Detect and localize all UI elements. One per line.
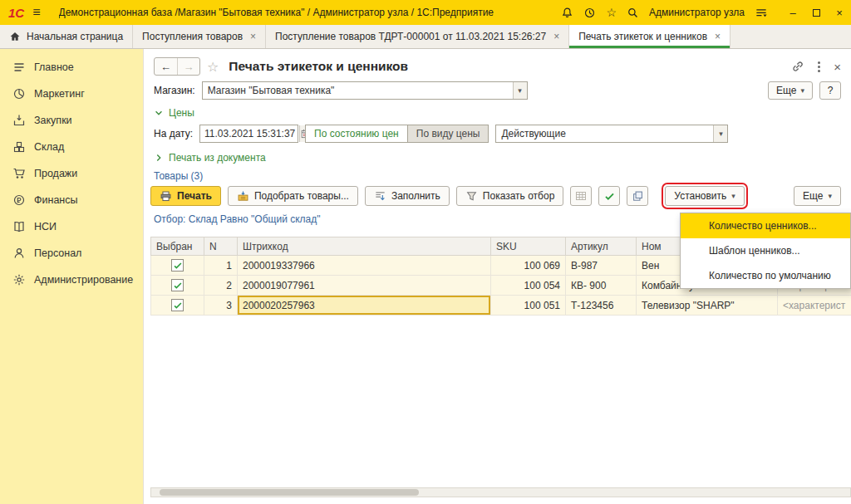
row-checkbox-cell[interactable] [151, 276, 204, 296]
sidebar-item-label: Маркетинг [34, 88, 85, 100]
sidebar-item-finansy[interactable]: Финансы [0, 187, 143, 213]
date-input[interactable]: 11.03.2021 15:31:37 [199, 125, 298, 143]
print-from-document-section-toggle[interactable]: Печать из документа [154, 152, 841, 164]
nomenclature-cell[interactable]: Телевизор "SHARP" [637, 296, 778, 316]
sidebar-item-zakupki[interactable]: Закупки [0, 107, 143, 134]
col-header-sku[interactable]: SKU [491, 237, 566, 256]
price-type-select[interactable]: Действующие ▾ [495, 125, 728, 143]
menu-item-default-quantity[interactable]: Количество по умолчанию [681, 263, 850, 288]
col-header-n[interactable]: N [204, 237, 238, 256]
sections-panel: Главное Маркетинг Закупки Склад Продажи … [0, 49, 143, 504]
checkbox-checked-icon[interactable] [171, 279, 184, 291]
chevron-down-icon[interactable]: ▾ [513, 82, 527, 99]
characteristic-cell[interactable]: <характерист [778, 296, 851, 316]
chevron-down-icon: ▾ [731, 192, 735, 200]
book-icon [12, 220, 26, 233]
filter-value[interactable]: Склад Равно "Общий склад" [189, 213, 321, 225]
kebab-menu-icon[interactable] [816, 60, 822, 74]
toggle-by-price-state[interactable]: По состоянию цен [305, 125, 408, 143]
minimize-button[interactable]: – [781, 0, 804, 25]
row-number-cell[interactable]: 2 [204, 276, 238, 296]
checkbox-checked-icon[interactable] [171, 259, 184, 272]
check-all-icon-button[interactable] [598, 186, 620, 206]
article-cell[interactable]: КВ- 900 [566, 276, 637, 296]
forward-button[interactable]: → [177, 58, 199, 75]
row-checkbox-cell[interactable] [151, 256, 204, 276]
close-window-button[interactable]: × [828, 0, 851, 25]
tab-close-icon[interactable]: × [250, 31, 256, 42]
sku-cell[interactable]: 100 069 [491, 256, 566, 276]
horizontal-scrollbar[interactable] [150, 487, 851, 497]
store-label: Магазин: [154, 85, 195, 96]
store-select[interactable]: Магазин "Бытовая техника" ▾ [202, 81, 528, 100]
sidebar-item-label: Продажи [34, 168, 77, 179]
set-button[interactable]: Установить ▾ [665, 186, 745, 206]
prices-section-toggle[interactable]: Цены [154, 107, 841, 119]
copy-icon-button[interactable] [627, 186, 648, 206]
show-filter-button[interactable]: Показать отбор [456, 186, 563, 206]
main-menu-hamburger-icon[interactable]: ≡ [32, 5, 40, 20]
funnel-icon [465, 190, 478, 203]
article-cell[interactable]: В-987 [566, 256, 637, 276]
sidebar-item-label: Главное [34, 61, 74, 73]
sku-cell[interactable]: 100 054 [491, 276, 566, 296]
col-header-checked[interactable]: Выбран [151, 237, 204, 256]
sidebar-item-personal[interactable]: Персонал [0, 240, 143, 267]
tab-label: Поступления товаров [142, 31, 243, 42]
barcode-cell-selected[interactable]: 2000020257963 [238, 296, 491, 316]
tab-close-icon[interactable]: × [553, 31, 559, 42]
col-header-barcode[interactable]: Штрихкод [238, 237, 491, 256]
pie-chart-icon [12, 87, 26, 100]
current-user[interactable]: Администратор узла [649, 7, 745, 18]
more-button-toolbar[interactable]: Еще ▾ [794, 186, 841, 206]
row-checkbox-cell[interactable] [151, 296, 204, 316]
toggle-by-price-kind[interactable]: По виду цены [408, 125, 489, 143]
notifications-bell-icon[interactable] [561, 7, 573, 19]
form-close-icon[interactable]: × [834, 60, 841, 74]
help-button[interactable]: ? [819, 81, 841, 100]
sidebar-item-sklad[interactable]: Склад [0, 134, 143, 160]
chevron-down-icon [154, 108, 164, 118]
pick-goods-button[interactable]: Подобрать товары... [228, 186, 358, 206]
print-button[interactable]: Печать [150, 186, 221, 206]
tab-goods-receipts[interactable]: Поступления товаров × [133, 25, 266, 48]
checkbox-checked-icon[interactable] [171, 299, 184, 311]
tab-home[interactable]: Начальная страница [0, 25, 133, 48]
tab-print-labels[interactable]: Печать этикеток и ценников × [569, 25, 730, 48]
sidebar-item-glavnoe[interactable]: Главное [0, 54, 143, 81]
menu-item-price-tag-quantity[interactable]: Количество ценников... [681, 213, 850, 238]
scrollbar-thumb[interactable] [160, 489, 419, 496]
link-icon[interactable] [791, 60, 804, 73]
barcode-cell[interactable]: 2000019337966 [238, 256, 491, 276]
back-button[interactable]: ← [155, 58, 177, 75]
tab-goods-receipt-document[interactable]: Поступление товаров ТДРТ-000001 от 11.03… [266, 25, 569, 48]
row-number-cell[interactable]: 3 [204, 296, 238, 316]
service-menu-icon[interactable] [755, 7, 768, 19]
history-icon[interactable] [583, 7, 596, 19]
grid-settings-icon-button[interactable] [570, 186, 592, 206]
form-print-labels: ← → ☆ Печать этикеток и ценников × Магаз… [143, 49, 851, 504]
fill-button[interactable]: Заполнить [365, 186, 450, 206]
favorite-star-icon[interactable]: ☆ [207, 59, 219, 75]
set-dropdown-menu: Количество ценников... Шаблон ценников..… [680, 213, 851, 289]
menu-item-price-tag-template[interactable]: Шаблон ценников... [681, 238, 850, 263]
col-header-article[interactable]: Артикул [566, 237, 637, 256]
sku-cell[interactable]: 100 051 [491, 296, 566, 316]
tab-close-icon[interactable]: × [715, 31, 721, 42]
incoming-box-icon [12, 114, 26, 127]
sidebar-item-nsi[interactable]: НСИ [0, 213, 143, 240]
more-button-top[interactable]: Еще ▾ [768, 81, 813, 100]
sidebar-item-label: НСИ [34, 221, 57, 232]
maximize-button[interactable] [804, 0, 828, 25]
search-icon[interactable] [627, 7, 639, 19]
favorites-star-icon[interactable]: ☆ [606, 6, 617, 19]
sidebar-item-prodazhi[interactable]: Продажи [0, 160, 143, 187]
barcode-cell[interactable]: 2000019077961 [238, 276, 491, 296]
chevron-down-icon[interactable]: ▾ [713, 125, 727, 142]
sidebar-item-administrirovanie[interactable]: Администрирование [0, 267, 143, 293]
cart-icon [12, 167, 26, 180]
sidebar-item-marketing[interactable]: Маркетинг [0, 81, 143, 107]
article-cell[interactable]: Т-123456 [566, 296, 637, 316]
row-number-cell[interactable]: 1 [204, 256, 238, 276]
date-label: На дату: [154, 128, 193, 139]
